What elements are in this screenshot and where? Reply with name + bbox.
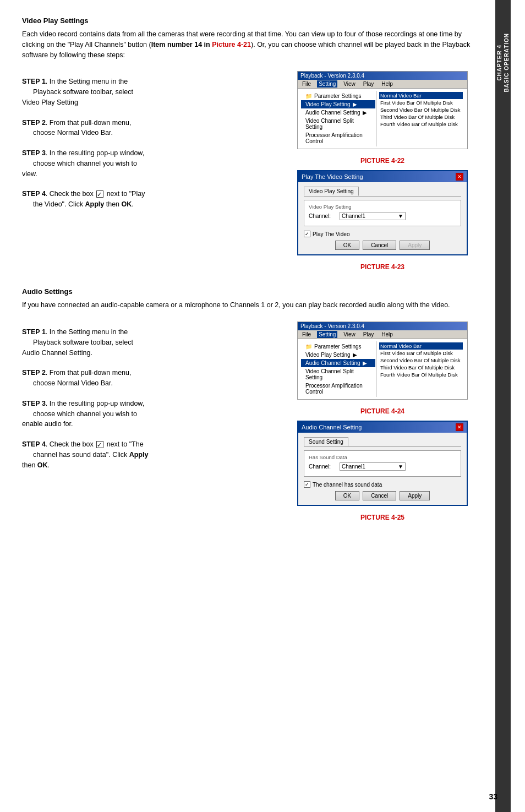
- right2-item-1[interactable]: Normal Video Bar: [379, 342, 463, 350]
- menu2-view[interactable]: View: [342, 331, 357, 338]
- dialog1-cancel-button[interactable]: Cancel: [363, 241, 396, 250]
- right-item-5[interactable]: Fourth Video Bar Of Multiple Disk: [379, 121, 463, 128]
- dialog2-channel-label: Channel:: [309, 464, 336, 470]
- dialog2-body: Sound Setting Has Sound Data Channel: Ch…: [298, 433, 467, 505]
- dialog2-cancel-button[interactable]: Cancel: [363, 491, 396, 500]
- dialog2-tab[interactable]: Sound Setting: [304, 437, 348, 446]
- folder2-icon: 📁: [305, 344, 312, 350]
- menu2-file[interactable]: File: [300, 331, 313, 338]
- dialog2-channel-select[interactable]: Channel1 ▼: [340, 462, 406, 471]
- right-item-1[interactable]: Normal Video Bar: [379, 92, 463, 99]
- right2-item-4[interactable]: Third Video Bar Of Multiple Disk: [379, 364, 463, 371]
- dialog1-channel-value: Channel1: [342, 213, 365, 219]
- window1-body: 📁 Parameter Settings Video Play Setting …: [298, 89, 467, 149]
- right2-item-5[interactable]: Fourth Video Bar Of Multiple Disk: [379, 371, 463, 378]
- tree2-root: 📁 Parameter Settings: [301, 342, 375, 351]
- right-item-3[interactable]: Second Video Bar Of Multiple Disk: [379, 106, 463, 113]
- window1-menubar: File Setting View Play Help: [298, 80, 467, 89]
- menu-play[interactable]: Play: [362, 80, 375, 88]
- window2-body: 📁 Parameter Settings Video Play Setting …: [298, 339, 467, 399]
- section1-intro: Each video record contains data from all…: [22, 29, 473, 60]
- checkbox-icon: [96, 190, 103, 198]
- side-tab: CHAPTER 4 BASIC OPERATION: [495, 0, 511, 812]
- apply-ref: Apply: [85, 200, 105, 208]
- menu-view[interactable]: View: [342, 80, 357, 88]
- right-item-4[interactable]: Third Video Bar Of Multiple Disk: [379, 113, 463, 121]
- section1-heading: Video Play Settings: [22, 17, 473, 25]
- dialog1-checkbox[interactable]: ✓: [304, 231, 310, 237]
- tree-item-1[interactable]: Video Play Setting ▶: [301, 100, 375, 108]
- tree2-item-1-label: Video Play Setting: [305, 352, 351, 358]
- dialog1-checkbox-label: Play The Video: [313, 231, 349, 237]
- section2-images: Playback - Version 2.3.0.4 File Setting …: [292, 321, 473, 521]
- picture-4-23-dialog: Play The Video Setting ✕ Video Play Sett…: [297, 170, 468, 255]
- dialog1-tab[interactable]: Video Play Setting: [304, 187, 359, 196]
- dialog1-apply-button[interactable]: Apply: [400, 241, 430, 250]
- step2-3-text: choose which channel you wish toenable a…: [22, 410, 137, 428]
- dialog1-close-button[interactable]: ✕: [456, 173, 463, 181]
- right2-item-3[interactable]: Second Video Bar Of Multiple Disk: [379, 357, 463, 364]
- dialog1-tabbar: Video Play Setting: [304, 187, 461, 197]
- picture-4-24-window: Playback - Version 2.3.0.4 File Setting …: [297, 321, 468, 400]
- checkbox-icon-2: [96, 441, 103, 448]
- step1-4: STEP 4. Check the box next to "Play the …: [22, 189, 281, 210]
- step2-2-label: STEP 2: [22, 369, 46, 377]
- tree2-item-3-label: Video Channel Split Setting: [305, 368, 371, 380]
- dialog2-channel-value: Channel1: [342, 464, 365, 470]
- step1-2-text: choose Normal Video Bar.: [22, 129, 113, 137]
- menu2-help[interactable]: Help: [380, 331, 395, 338]
- dialog1-ok-button[interactable]: OK: [335, 241, 359, 250]
- step2-1-label: STEP 1: [22, 328, 46, 336]
- dialog2-apply-button[interactable]: Apply: [400, 491, 430, 500]
- step2-2: STEP 2. From that pull-down menu, choose…: [22, 368, 281, 389]
- section2-steps: STEP 1. In the Setting menu in the Playb…: [22, 321, 281, 521]
- menu2-play[interactable]: Play: [362, 331, 375, 338]
- step1-3: STEP 3. In the resulting pop-up window, …: [22, 148, 281, 179]
- step1-1-text: Playback software toolbar, selectVideo P…: [22, 88, 133, 106]
- window1-right: Normal Video Bar First Video Bar Of Mult…: [377, 91, 465, 146]
- tree-item-1-label: Video Play Setting: [305, 101, 351, 107]
- ok-ref: OK: [122, 200, 132, 208]
- tree2-item-4[interactable]: Processor Amplification Control: [301, 382, 375, 396]
- tree2-root-label: Parameter Settings: [314, 344, 362, 350]
- dialog2-buttons: OK Cancel Apply: [304, 491, 461, 500]
- step2-3-label: STEP 3: [22, 400, 46, 407]
- dialog2-close-button[interactable]: ✕: [456, 423, 463, 431]
- select-arrow-icon: ▼: [398, 213, 403, 219]
- picture-4-22-label: PICTURE 4-22: [360, 157, 404, 165]
- right2-item-2[interactable]: First Video Bar Of Multiple Disk: [379, 350, 463, 357]
- window2-left: 📁 Parameter Settings Video Play Setting …: [300, 341, 377, 397]
- tree2-item-3[interactable]: Video Channel Split Setting: [301, 367, 375, 382]
- dialog2-checkbox[interactable]: ✓: [304, 481, 310, 488]
- tree-root: 📁 Parameter Settings: [301, 92, 375, 100]
- section2-heading: Audio Settings: [22, 287, 473, 296]
- tree-item-4[interactable]: Processor Amplification Control: [301, 131, 375, 145]
- tree2-item-1[interactable]: Video Play Setting ▶: [301, 351, 375, 359]
- menu-file[interactable]: File: [300, 80, 313, 88]
- dialog1-checkbox-row: ✓ Play The Video: [304, 231, 461, 237]
- dialog1-title: Play The Video Setting: [302, 173, 363, 180]
- dialog1-channel-select[interactable]: Channel1 ▼: [340, 212, 406, 220]
- arrow-icon-2: ▶: [363, 110, 367, 116]
- picture-4-25-label: PICTURE 4-25: [360, 514, 404, 521]
- section1-steps: STEP 1. In the Setting menu in the Playb…: [22, 71, 281, 271]
- menu-setting[interactable]: Setting: [317, 80, 337, 88]
- right-item-2[interactable]: First Video Bar Of Multiple Disk: [379, 99, 463, 106]
- menu2-setting[interactable]: Setting: [317, 331, 337, 338]
- tree2-item-2[interactable]: Audio Channel Setting ▶: [301, 359, 375, 367]
- dialog2-ok-button[interactable]: OK: [335, 491, 359, 500]
- window2-right: Normal Video Bar First Video Bar Of Mult…: [377, 341, 465, 397]
- dialog2-channel-row: Channel: Channel1 ▼: [309, 462, 456, 471]
- ok-ref-2: OK: [37, 461, 48, 469]
- window2-menubar: File Setting View Play Help: [298, 330, 467, 339]
- side-tab-chapter: CHAPTER 4: [496, 33, 503, 92]
- tree-item-2[interactable]: Audio Channel Setting ▶: [301, 108, 375, 117]
- step2-4-label: STEP 4: [22, 440, 46, 448]
- section1-images: Playback - Version 2.3.0.4 File Setting …: [292, 71, 473, 271]
- tree-item-3[interactable]: Video Channel Split Setting: [301, 117, 375, 131]
- section2-intro: If you have connected an audio-capable c…: [22, 300, 473, 310]
- section2-content: STEP 1. In the Setting menu in the Playb…: [22, 321, 473, 521]
- menu-help[interactable]: Help: [380, 80, 395, 88]
- step2-1-text: Playback software toolbar, selectAudio C…: [22, 339, 133, 357]
- dialog1-titlebar: Play The Video Setting ✕: [298, 171, 467, 182]
